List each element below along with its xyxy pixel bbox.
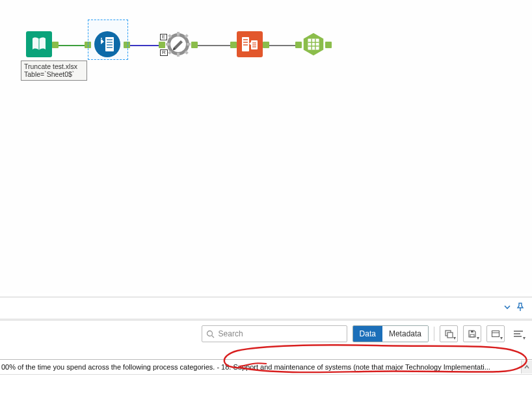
pin-button[interactable]	[514, 301, 527, 315]
chevron-up-icon	[524, 364, 530, 370]
svg-rect-0	[105, 37, 114, 51]
svg-point-6	[101, 40, 103, 41]
tool-annotation: Truncate test.xlsx Table=`Sheet0$`	[21, 61, 87, 81]
workflow-canvas[interactable]: E R Truncate test.xlsx Table=`Sheet0$`	[0, 0, 532, 293]
svg-rect-38	[471, 331, 473, 332]
copy-icon	[444, 329, 453, 338]
tab-metadata[interactable]: Metadata	[382, 326, 428, 342]
formula-icon	[165, 31, 191, 57]
svg-rect-36	[447, 332, 453, 338]
field-icon	[491, 329, 500, 338]
results-toolbar: Data Metadata ▾ ▾ ▾ ▾	[0, 320, 532, 347]
svg-rect-10	[177, 53, 180, 57]
tab-data[interactable]: Data	[353, 326, 382, 342]
panel-header	[0, 298, 532, 318]
chevron-down-icon	[503, 303, 511, 311]
svg-point-7	[101, 42, 102, 43]
browse-icon	[300, 31, 326, 58]
output-icon	[240, 34, 259, 54]
panel-separator	[0, 297, 532, 297]
panel-separator	[0, 319, 532, 319]
formula-tool[interactable]	[165, 31, 191, 57]
connection	[55, 45, 87, 46]
annotation-line: Truncate test.xlsx	[24, 62, 84, 70]
output-data-tool[interactable]	[237, 31, 263, 57]
connection	[125, 45, 160, 46]
cell-text: 00% of the time you spend across the fol…	[0, 363, 521, 371]
field-selector-button[interactable]: ▾	[486, 325, 505, 342]
select-icon	[98, 35, 116, 53]
search-icon	[206, 330, 215, 338]
book-icon	[30, 35, 48, 53]
pin-icon	[516, 303, 524, 312]
svg-rect-9	[177, 32, 180, 36]
select-tool[interactable]	[94, 31, 120, 57]
search-input[interactable]	[217, 329, 343, 339]
annotation-line: Table=`Sheet0$`	[24, 70, 84, 78]
badge-result: R	[160, 49, 168, 56]
svg-line-34	[211, 335, 214, 338]
anchor-in[interactable]	[230, 42, 237, 48]
input-data-tool[interactable]	[26, 31, 52, 57]
svg-point-33	[207, 331, 212, 336]
save-button[interactable]: ▾	[463, 325, 481, 342]
svg-rect-12	[187, 43, 191, 46]
collapse-button[interactable]	[501, 301, 514, 314]
search-box[interactable]	[202, 325, 347, 342]
anchor-in[interactable]	[159, 42, 165, 48]
divider	[434, 327, 434, 341]
results-row[interactable]: 00% of the time you spend across the fol…	[0, 359, 532, 375]
browse-tool[interactable]	[300, 31, 326, 57]
anchor-out[interactable]	[191, 42, 198, 48]
svg-rect-39	[492, 331, 499, 337]
anchor-out[interactable]	[263, 42, 269, 48]
scroll-up-button[interactable]	[521, 360, 532, 373]
svg-point-5	[101, 38, 102, 39]
menu-button[interactable]: ▾	[510, 326, 527, 342]
save-icon	[468, 329, 477, 338]
connection	[193, 45, 232, 46]
menu-icon	[513, 330, 524, 338]
anchor-out[interactable]	[52, 42, 59, 48]
svg-rect-11	[166, 43, 170, 46]
view-toggle: Data Metadata	[352, 325, 429, 342]
copy-button[interactable]: ▾	[440, 325, 458, 342]
badge-expression: E	[160, 34, 167, 40]
svg-rect-27	[308, 38, 319, 49]
